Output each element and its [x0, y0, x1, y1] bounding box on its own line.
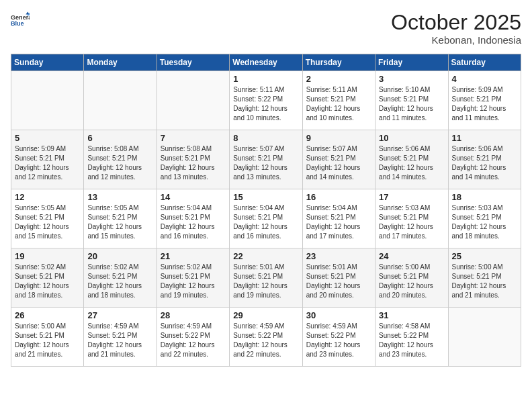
calendar-cell: 21Sunrise: 5:02 AMSunset: 5:21 PMDayligh…	[157, 248, 229, 308]
day-info: Sunrise: 5:09 AMSunset: 5:21 PMDaylight:…	[15, 144, 80, 182]
day-number: 15	[233, 192, 298, 202]
day-number: 19	[15, 251, 80, 261]
calendar-cell: 13Sunrise: 5:05 AMSunset: 5:21 PMDayligh…	[84, 189, 157, 248]
logo: General Blue	[11, 11, 30, 30]
weekday-header-cell: Tuesday	[157, 54, 229, 71]
day-number: 22	[233, 251, 298, 261]
title-block: October 2025 Kebonan, Indonesia	[391, 11, 521, 46]
calendar-cell: 1Sunrise: 5:11 AMSunset: 5:22 PMDaylight…	[230, 71, 302, 130]
calendar-cell: 2Sunrise: 5:11 AMSunset: 5:21 PMDaylight…	[302, 71, 375, 130]
day-info: Sunrise: 5:10 AMSunset: 5:21 PMDaylight:…	[379, 85, 444, 123]
calendar-cell	[84, 71, 157, 130]
day-number: 1	[233, 74, 298, 84]
day-info: Sunrise: 5:02 AMSunset: 5:21 PMDaylight:…	[87, 263, 152, 300]
day-number: 9	[306, 133, 371, 143]
day-info: Sunrise: 5:04 AMSunset: 5:21 PMDaylight:…	[233, 203, 298, 241]
day-info: Sunrise: 4:59 AMSunset: 5:22 PMDaylight:…	[306, 322, 371, 359]
calendar-cell: 15Sunrise: 5:04 AMSunset: 5:21 PMDayligh…	[230, 189, 302, 248]
calendar-cell: 9Sunrise: 5:07 AMSunset: 5:21 PMDaylight…	[302, 130, 375, 189]
day-number: 27	[87, 310, 152, 320]
day-number: 2	[306, 74, 371, 84]
day-number: 13	[87, 192, 152, 202]
day-info: Sunrise: 5:01 AMSunset: 5:21 PMDaylight:…	[306, 263, 371, 300]
day-number: 20	[87, 251, 152, 261]
day-info: Sunrise: 4:59 AMSunset: 5:22 PMDaylight:…	[233, 322, 298, 359]
weekday-header-cell: Saturday	[448, 54, 521, 71]
day-info: Sunrise: 5:00 AMSunset: 5:21 PMDaylight:…	[452, 263, 517, 300]
weekday-header-cell: Wednesday	[230, 54, 302, 71]
day-info: Sunrise: 5:04 AMSunset: 5:21 PMDaylight:…	[161, 203, 226, 241]
day-number: 16	[306, 192, 371, 202]
day-number: 30	[306, 310, 371, 320]
weekday-header-cell: Thursday	[302, 54, 375, 71]
calendar-cell: 23Sunrise: 5:01 AMSunset: 5:21 PMDayligh…	[302, 248, 375, 308]
day-number: 25	[452, 251, 517, 261]
day-number: 12	[15, 192, 80, 202]
calendar-cell: 7Sunrise: 5:08 AMSunset: 5:21 PMDaylight…	[157, 130, 229, 189]
day-number: 31	[379, 310, 444, 320]
calendar-cell: 18Sunrise: 5:03 AMSunset: 5:21 PMDayligh…	[448, 189, 521, 248]
day-info: Sunrise: 5:05 AMSunset: 5:21 PMDaylight:…	[87, 203, 152, 241]
calendar-cell: 14Sunrise: 5:04 AMSunset: 5:21 PMDayligh…	[157, 189, 229, 248]
day-info: Sunrise: 4:59 AMSunset: 5:22 PMDaylight:…	[161, 322, 226, 359]
calendar-cell: 31Sunrise: 4:58 AMSunset: 5:22 PMDayligh…	[375, 308, 448, 367]
day-info: Sunrise: 5:02 AMSunset: 5:21 PMDaylight:…	[15, 263, 80, 300]
calendar-body: 1Sunrise: 5:11 AMSunset: 5:22 PMDaylight…	[11, 71, 521, 367]
calendar-cell: 22Sunrise: 5:01 AMSunset: 5:21 PMDayligh…	[230, 248, 302, 308]
calendar-cell: 27Sunrise: 4:59 AMSunset: 5:21 PMDayligh…	[84, 308, 157, 367]
calendar-week-row: 1Sunrise: 5:11 AMSunset: 5:22 PMDaylight…	[11, 71, 521, 130]
day-info: Sunrise: 5:04 AMSunset: 5:21 PMDaylight:…	[306, 203, 371, 241]
calendar-table: SundayMondayTuesdayWednesdayThursdayFrid…	[11, 54, 521, 367]
calendar-week-row: 5Sunrise: 5:09 AMSunset: 5:21 PMDaylight…	[11, 130, 521, 189]
day-info: Sunrise: 5:00 AMSunset: 5:21 PMDaylight:…	[15, 322, 80, 359]
calendar-cell: 8Sunrise: 5:07 AMSunset: 5:21 PMDaylight…	[230, 130, 302, 189]
day-number: 18	[452, 192, 517, 202]
calendar-cell: 19Sunrise: 5:02 AMSunset: 5:21 PMDayligh…	[11, 248, 84, 308]
calendar-cell: 26Sunrise: 5:00 AMSunset: 5:21 PMDayligh…	[11, 308, 84, 367]
page-header: General Blue October 2025 Kebonan, Indon…	[11, 11, 521, 46]
calendar-cell	[11, 71, 84, 130]
calendar-cell: 12Sunrise: 5:05 AMSunset: 5:21 PMDayligh…	[11, 189, 84, 248]
calendar-cell: 10Sunrise: 5:06 AMSunset: 5:21 PMDayligh…	[375, 130, 448, 189]
day-info: Sunrise: 5:01 AMSunset: 5:21 PMDaylight:…	[233, 263, 298, 300]
svg-text:Blue: Blue	[11, 20, 24, 27]
day-number: 6	[87, 133, 152, 143]
day-number: 24	[379, 251, 444, 261]
day-number: 8	[233, 133, 298, 143]
logo-icon: General Blue	[11, 11, 30, 30]
calendar-week-row: 26Sunrise: 5:00 AMSunset: 5:21 PMDayligh…	[11, 308, 521, 367]
day-info: Sunrise: 5:06 AMSunset: 5:21 PMDaylight:…	[452, 144, 517, 182]
calendar-cell	[157, 71, 229, 130]
day-info: Sunrise: 4:58 AMSunset: 5:22 PMDaylight:…	[379, 322, 444, 359]
calendar-cell: 17Sunrise: 5:03 AMSunset: 5:21 PMDayligh…	[375, 189, 448, 248]
day-info: Sunrise: 5:02 AMSunset: 5:21 PMDaylight:…	[161, 263, 226, 300]
day-info: Sunrise: 5:11 AMSunset: 5:21 PMDaylight:…	[306, 85, 371, 123]
day-number: 29	[233, 310, 298, 320]
day-number: 4	[452, 74, 517, 84]
calendar-cell: 11Sunrise: 5:06 AMSunset: 5:21 PMDayligh…	[448, 130, 521, 189]
location-title: Kebonan, Indonesia	[391, 34, 521, 46]
day-info: Sunrise: 5:08 AMSunset: 5:21 PMDaylight:…	[87, 144, 152, 182]
calendar-cell: 24Sunrise: 5:00 AMSunset: 5:21 PMDayligh…	[375, 248, 448, 308]
calendar-cell: 3Sunrise: 5:10 AMSunset: 5:21 PMDaylight…	[375, 71, 448, 130]
calendar-week-row: 19Sunrise: 5:02 AMSunset: 5:21 PMDayligh…	[11, 248, 521, 308]
day-number: 17	[379, 192, 444, 202]
day-info: Sunrise: 4:59 AMSunset: 5:21 PMDaylight:…	[87, 322, 152, 359]
weekday-header-cell: Sunday	[11, 54, 84, 71]
calendar-cell: 4Sunrise: 5:09 AMSunset: 5:21 PMDaylight…	[448, 71, 521, 130]
svg-text:General: General	[11, 14, 30, 21]
calendar-cell	[448, 308, 521, 367]
calendar-cell: 28Sunrise: 4:59 AMSunset: 5:22 PMDayligh…	[157, 308, 229, 367]
day-info: Sunrise: 5:05 AMSunset: 5:21 PMDaylight:…	[15, 203, 80, 241]
day-info: Sunrise: 5:00 AMSunset: 5:21 PMDaylight:…	[379, 263, 444, 300]
calendar-cell: 29Sunrise: 4:59 AMSunset: 5:22 PMDayligh…	[230, 308, 302, 367]
calendar-cell: 25Sunrise: 5:00 AMSunset: 5:21 PMDayligh…	[448, 248, 521, 308]
day-info: Sunrise: 5:07 AMSunset: 5:21 PMDaylight:…	[233, 144, 298, 182]
weekday-header-row: SundayMondayTuesdayWednesdayThursdayFrid…	[11, 54, 521, 71]
calendar-cell: 20Sunrise: 5:02 AMSunset: 5:21 PMDayligh…	[84, 248, 157, 308]
day-number: 28	[161, 310, 226, 320]
day-info: Sunrise: 5:06 AMSunset: 5:21 PMDaylight:…	[379, 144, 444, 182]
day-number: 7	[161, 133, 226, 143]
calendar-cell: 5Sunrise: 5:09 AMSunset: 5:21 PMDaylight…	[11, 130, 84, 189]
day-info: Sunrise: 5:03 AMSunset: 5:21 PMDaylight:…	[379, 203, 444, 241]
